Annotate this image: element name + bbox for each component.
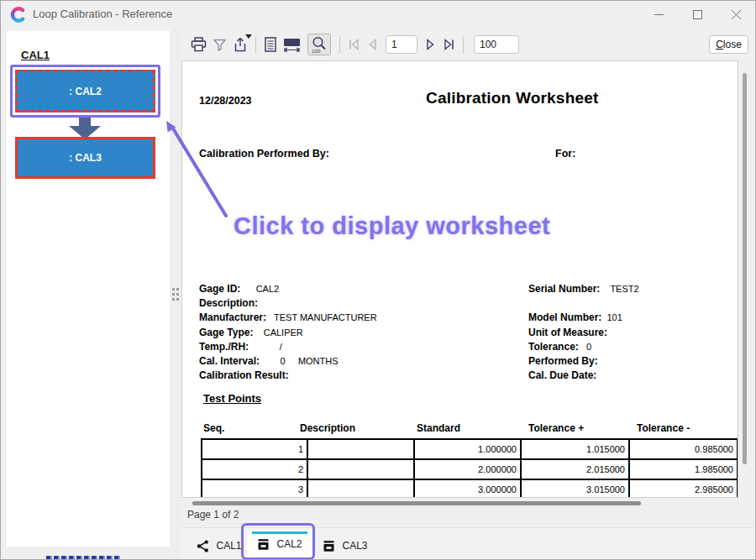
print-button[interactable] xyxy=(191,37,207,52)
next-page-button[interactable] xyxy=(426,39,436,50)
zoom-percent-input[interactable] xyxy=(474,35,519,54)
page-info: Page 1 of 2 xyxy=(187,509,239,521)
field-label: Manufacturer: xyxy=(199,311,266,323)
page-view-icon xyxy=(265,37,276,52)
vertical-scrollbar[interactable] xyxy=(743,73,747,464)
field-label: Unit of Measure: xyxy=(528,327,607,338)
title-bar: Loop Calibration - Reference xyxy=(1,1,755,29)
field-label: Performed By: xyxy=(528,355,598,367)
gage-fields-left: Gage ID: CAL2 Description: Manufacturer:… xyxy=(199,283,377,384)
gage-icon xyxy=(323,540,335,552)
next-page-icon xyxy=(426,39,436,50)
field-value: / xyxy=(249,342,282,352)
diagram-node-cal2-label: : CAL2 xyxy=(69,86,102,97)
toolbar-separator xyxy=(463,36,464,54)
tab-label: CAL1 xyxy=(216,540,241,552)
diagram-root-label: CAL1 xyxy=(21,49,50,61)
last-page-icon xyxy=(443,39,454,50)
field-label: Model Number: xyxy=(528,311,601,323)
share-icon xyxy=(197,540,209,552)
flow-down-arrow xyxy=(68,116,102,139)
close-button[interactable]: Close xyxy=(709,35,748,54)
export-icon xyxy=(233,37,247,52)
maximize-button[interactable] xyxy=(678,1,717,29)
field-value: TEST MANUFACTURER xyxy=(266,312,377,322)
export-dropdown-caret[interactable] xyxy=(245,34,252,39)
last-page-button[interactable] xyxy=(443,39,454,50)
report-toolbar: 100 xyxy=(181,29,755,60)
field-label: Cal. Interval: xyxy=(199,355,260,367)
table-row: 33.0000003.0150002.985000 xyxy=(202,479,738,498)
column-header-tolerance-minus: Tolerance - xyxy=(637,422,690,434)
tab-label: CAL3 xyxy=(342,540,367,552)
close-icon xyxy=(732,10,741,19)
table-row: 11.0000001.0150000.985000 xyxy=(202,439,738,459)
window-controls xyxy=(639,1,755,29)
field-value: 0 xyxy=(579,342,591,352)
app-logo-icon xyxy=(10,7,26,23)
splitter-grip-icon xyxy=(172,288,175,290)
page-number-input[interactable] xyxy=(386,35,417,54)
zoom-100-button[interactable]: 100 xyxy=(307,34,331,55)
column-header-description: Description xyxy=(300,422,355,434)
svg-text:100: 100 xyxy=(312,48,321,54)
close-window-button[interactable] xyxy=(717,1,755,29)
gage-fields-right: Serial Number: TEST2 Model Number: 101 U… xyxy=(528,283,639,384)
tab-cal1[interactable]: CAL1 xyxy=(192,530,246,560)
app-window: Loop Calibration - Reference CAL1 : CAL2… xyxy=(0,0,756,560)
horizontal-scrollbar[interactable] xyxy=(192,501,641,505)
clipped-window-fragment xyxy=(46,556,120,559)
active-tab-indicator xyxy=(252,531,307,534)
tab-cal2[interactable]: CAL2 xyxy=(247,530,312,558)
for-label: For: xyxy=(555,148,575,160)
field-value: CAL2 xyxy=(240,284,279,294)
report-date: 12/28/2023 xyxy=(199,95,252,107)
print-icon xyxy=(191,37,207,52)
tab-cal3[interactable]: CAL3 xyxy=(318,530,373,560)
panel-splitter[interactable] xyxy=(170,29,181,560)
toolbar-separator xyxy=(255,36,256,54)
field-label: Cal. Due Date: xyxy=(528,369,596,381)
diagram-node-cal3-label: : CAL3 xyxy=(69,152,102,164)
export-button[interactable] xyxy=(233,37,247,52)
performed-by-label: Calibration Performed By: xyxy=(199,148,329,160)
prev-page-icon xyxy=(367,39,377,50)
field-label: Description: xyxy=(199,297,258,309)
field-label: Calibration Result: xyxy=(199,369,289,381)
tab-label: CAL2 xyxy=(276,538,302,550)
column-header-tolerance-plus: Tolerance + xyxy=(528,422,584,434)
field-value: 101 xyxy=(601,312,622,322)
field-label: Tolerance: xyxy=(528,341,579,353)
prev-page-button[interactable] xyxy=(367,39,377,50)
report-page: 12/28/2023 Calibration Worksheet Calibra… xyxy=(181,60,738,498)
field-label: Serial Number: xyxy=(528,283,600,295)
field-value: CALIPER xyxy=(253,327,302,338)
toolbar-separator xyxy=(339,36,340,54)
test-points-table: 11.0000001.0150000.985000 22.0000002.015… xyxy=(201,438,738,498)
page-view-button[interactable] xyxy=(265,37,276,52)
filter-icon xyxy=(213,39,226,51)
first-page-button[interactable] xyxy=(349,39,360,50)
minimize-button[interactable] xyxy=(639,1,678,29)
page-width-button[interactable] xyxy=(283,38,301,52)
zoom-100-icon: 100 xyxy=(311,36,328,53)
field-label: Gage Type: xyxy=(199,327,253,338)
column-header-standard: Standard xyxy=(417,422,460,434)
field-value: 0 MONTHS xyxy=(260,356,339,366)
loop-diagram-panel: CAL1 : CAL2 : CAL3 xyxy=(7,31,170,547)
field-label: Temp./RH: xyxy=(199,341,249,353)
gage-tab-bar: CAL1 CAL2 CAL3 xyxy=(181,527,755,559)
page-width-icon xyxy=(283,38,301,52)
window-title: Loop Calibration - Reference xyxy=(33,8,172,20)
report-title: Calibration Worksheet xyxy=(426,89,599,107)
test-points-heading: Test Points xyxy=(203,392,261,405)
diagram-node-cal3[interactable]: : CAL3 xyxy=(15,137,155,179)
toolbar-items: 100 xyxy=(187,34,524,55)
field-value: TEST2 xyxy=(600,284,638,294)
gage-icon xyxy=(257,538,270,551)
minimize-icon xyxy=(654,10,664,19)
table-row: 22.0000002.0150001.985000 xyxy=(202,459,738,479)
maximize-icon xyxy=(693,10,702,19)
filter-button[interactable] xyxy=(213,39,226,51)
diagram-node-cal2[interactable]: : CAL2 xyxy=(15,70,155,113)
